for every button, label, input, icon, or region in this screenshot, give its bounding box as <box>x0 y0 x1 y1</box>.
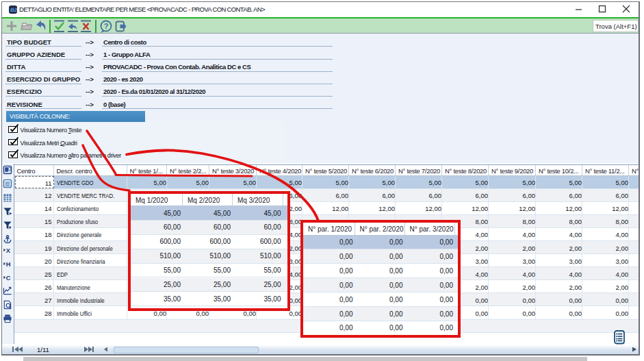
svg-text:X: X <box>6 247 11 254</box>
svg-text:C: C <box>6 275 11 282</box>
svg-text:H: H <box>6 261 11 268</box>
